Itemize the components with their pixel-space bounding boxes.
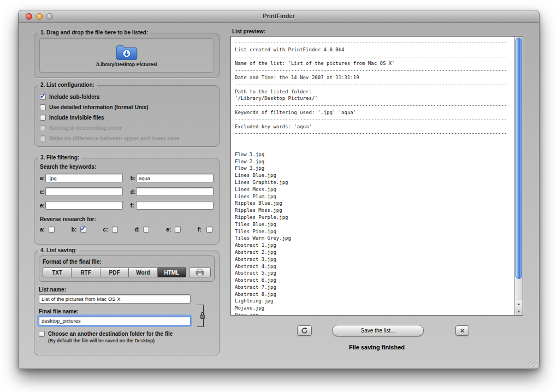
drop-section: 1. Drag and drop the file here to be lis… (34, 33, 220, 78)
format-button-word[interactable]: Word (129, 268, 157, 277)
drop-zone[interactable]: /Library/Desktop Pictures/ (39, 38, 214, 73)
reverse-pair-f: f: (198, 227, 212, 233)
checkbox-icon[interactable] (40, 115, 46, 121)
reverse-checkbox-e[interactable] (175, 227, 181, 233)
lock-icon[interactable] (199, 311, 206, 319)
reverse-research-label: Reverse research for: (40, 216, 214, 222)
reverse-pair-e: e: (166, 227, 181, 233)
option-label: Use detailed information (format Unix) (49, 104, 149, 110)
keyword-input-a[interactable] (45, 174, 123, 182)
keyword-row: a: b: (40, 174, 214, 182)
keyword-key-a: a: (40, 175, 45, 181)
format-button-txt[interactable]: TXT (43, 268, 72, 277)
list-name-input[interactable] (39, 294, 191, 304)
keyword-row: c: d: (40, 187, 214, 196)
reverse-checkbox-d[interactable] (143, 227, 149, 233)
checkbox-icon[interactable] (40, 94, 46, 100)
list-preview-box: ----------------------------------------… (230, 36, 523, 316)
list-configuration-section: 2. List configuration: Include sub-folde… (34, 85, 220, 147)
destination-folder-option[interactable]: Choose an another destination folder for… (39, 331, 215, 337)
print-button[interactable] (189, 268, 211, 277)
resize-grip[interactable] (530, 360, 537, 367)
reverse-key-b: b: (72, 227, 78, 233)
checkbox-icon (40, 135, 46, 141)
close-list-button[interactable]: × (455, 325, 469, 336)
reverse-pair-c: c: (103, 227, 118, 233)
option-invisible-files[interactable]: Include invisible files (40, 112, 215, 123)
option-label: Include invisible files (49, 115, 104, 121)
title-bar[interactable]: PrintFinder (19, 10, 539, 23)
preview-scrollbar[interactable]: ▲ ▼ (514, 37, 523, 315)
desktop: PrintFinder 1. Drag and drop the file he… (0, 0, 557, 392)
checkbox-icon (40, 125, 46, 131)
format-box: Format of the final file: TXT RTF PDF Wo… (39, 256, 215, 282)
keyword-input-d[interactable] (136, 187, 214, 196)
final-file-name-input[interactable] (39, 316, 191, 325)
destination-note: (By default the file will be saved on th… (48, 338, 215, 343)
save-list-button[interactable]: Save the list... (332, 325, 424, 336)
scroll-down-arrow-icon[interactable]: ▼ (515, 308, 523, 316)
printfinder-window: PrintFinder 1. Drag and drop the file he… (18, 10, 540, 369)
window-title: PrintFinder (19, 13, 539, 19)
destination-checkbox[interactable] (39, 331, 45, 337)
scrollbar-arrows: ▲ ▼ (515, 300, 523, 315)
option-include-subfolders[interactable]: Include sub-folders (40, 92, 215, 102)
keyword-key-c: c: (40, 189, 45, 195)
option-sorting-descending: Sorting in descending order (40, 123, 215, 133)
keyword-input-f[interactable] (136, 201, 214, 210)
option-label: Include sub-folders (49, 94, 99, 100)
folder-icon (115, 44, 138, 61)
option-label: Sorting in descending order (49, 125, 122, 131)
config-section-title: 2. List configuration: (38, 82, 97, 88)
scrollbar-thumb[interactable] (515, 38, 522, 279)
reverse-pair-d: d: (134, 227, 149, 233)
reverse-key-d: d: (134, 227, 141, 233)
reverse-key-f: f: (198, 227, 204, 233)
reverse-checkbox-a[interactable] (49, 227, 55, 233)
reverse-checkbox-row: a: b: c: d: (40, 227, 214, 233)
scroll-up-arrow-icon[interactable]: ▲ (515, 300, 523, 308)
keyword-row: e: f: (40, 201, 214, 210)
destination-label: Choose an another destination folder for… (48, 331, 173, 337)
keyword-key-b: b: (131, 175, 136, 181)
saving-section-title: 4. List saving: (38, 247, 79, 253)
reverse-checkbox-f[interactable] (206, 227, 212, 233)
drop-section-title: 1. Drag and drop the file here to be lis… (38, 29, 150, 35)
reverse-key-c: c: (103, 227, 110, 233)
list-name-label: List name: (39, 287, 215, 293)
config-options: Include sub-folders Use detailed informa… (40, 92, 215, 144)
option-detailed-information[interactable]: Use detailed information (format Unix) (40, 102, 215, 112)
format-button-pdf[interactable]: PDF (100, 268, 129, 277)
keyword-key-e: e: (40, 203, 45, 209)
option-ignore-case: Make no difference between upper and low… (40, 133, 215, 144)
reverse-pair-a: a: (40, 227, 55, 233)
reverse-key-e: e: (166, 227, 173, 233)
checkbox-icon[interactable] (40, 104, 46, 110)
reverse-checkbox-c[interactable] (112, 227, 118, 233)
format-segmented-control: TXT RTF PDF Word HTML (43, 268, 211, 277)
keyword-input-b[interactable] (136, 174, 214, 182)
format-label: Format of the final file: (43, 259, 211, 265)
reverse-checkbox-b[interactable] (80, 227, 86, 233)
list-preview-label: List preview: (232, 28, 265, 34)
folder-path: /Library/Desktop Pictures/ (96, 62, 157, 67)
format-button-html[interactable]: HTML (158, 268, 186, 277)
final-file-name-label: Final file name: (39, 308, 215, 314)
keyword-key-d: d: (131, 189, 136, 195)
reverse-key-a: a: (40, 227, 46, 233)
refresh-button[interactable] (297, 325, 312, 336)
file-filtering-section: 3. File filtering: Search the keywords: … (34, 158, 220, 245)
filtering-section-title: 3. File filtering: (38, 155, 81, 161)
format-button-rtf[interactable]: RTF (72, 268, 100, 277)
status-message: File saving finished (230, 344, 523, 351)
refresh-icon (301, 327, 308, 334)
keyword-input-c[interactable] (45, 187, 123, 196)
reverse-pair-b: b: (72, 227, 86, 233)
keyword-key-f: f: (131, 203, 136, 209)
list-saving-section: 4. List saving: Format of the final file… (34, 251, 220, 355)
keyword-input-e[interactable] (45, 201, 123, 210)
option-label: Make no difference between upper and low… (49, 135, 179, 141)
list-preview-text[interactable]: ----------------------------------------… (231, 37, 514, 315)
printer-icon (195, 269, 205, 276)
search-keywords-label: Search the keywords: (40, 164, 214, 170)
